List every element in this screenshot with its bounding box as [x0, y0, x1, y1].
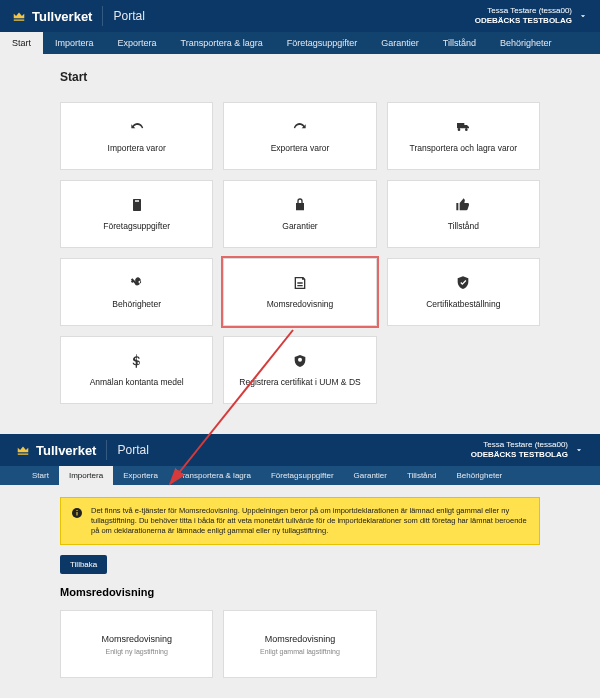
brand-name: Tullverket [36, 443, 96, 458]
redo-icon [129, 119, 145, 135]
user-menu[interactable]: Tessa Testare (tessa00) ODEBÄCKS TESTBOL… [471, 440, 568, 459]
tab-beh-righeter[interactable]: Behörigheter [488, 32, 564, 54]
card-registrera-certifikat-i-uum-ds[interactable]: Registrera certifikat i UUM & DS [223, 336, 376, 404]
card-label: Behörigheter [108, 299, 165, 309]
tab-tillst-nd[interactable]: Tillstånd [397, 466, 447, 485]
card-grid: Importera varorExportera varorTransporte… [60, 102, 540, 404]
user-name: Tessa Testare (tessa00) [475, 6, 572, 16]
user-name: Tessa Testare (tessa00) [471, 440, 568, 450]
user-company: ODEBÄCKS TESTBOLAG [475, 16, 572, 26]
undo-icon [292, 119, 308, 135]
tab-tillst-nd[interactable]: Tillstånd [431, 32, 488, 54]
bottom-header: Tullverket Portal Tessa Testare (tessa00… [0, 434, 600, 466]
note-icon [292, 275, 308, 291]
card-anm-lan-kontanta-medel[interactable]: Anmälan kontanta medel [60, 336, 213, 404]
portal-label: Portal [117, 443, 148, 457]
tab-f-retagsuppgifter[interactable]: Företagsuppgifter [261, 466, 344, 485]
momsredovisning-card[interactable]: MomsredovisningEnligt gammal lagstiftnin… [223, 610, 376, 678]
card-subtitle: Enligt ny lagstiftning [106, 648, 168, 655]
card-label: Registrera certifikat i UUM & DS [235, 377, 364, 387]
section-title: Momsredovisning [60, 586, 540, 598]
tab-importera[interactable]: Importera [59, 466, 113, 485]
card-f-retagsuppgifter[interactable]: Företagsuppgifter [60, 180, 213, 248]
tab-garantier[interactable]: Garantier [369, 32, 431, 54]
tab-exportera[interactable]: Exportera [106, 32, 169, 54]
card-certifikatbest-llning[interactable]: Certifikatbeställning [387, 258, 540, 326]
user-company: ODEBÄCKS TESTBOLAG [471, 450, 568, 460]
tab-start[interactable]: Start [0, 32, 43, 54]
card-exportera-varor[interactable]: Exportera varor [223, 102, 376, 170]
card-label: Transportera och lagra varor [406, 143, 521, 153]
card-title: Momsredovisning [265, 634, 336, 644]
brand-block: Tullverket [16, 443, 96, 458]
top-page-body: Start Importera varorExportera varorTran… [0, 54, 600, 434]
card-label: Exportera varor [267, 143, 334, 153]
card-importera-varor[interactable]: Importera varor [60, 102, 213, 170]
lock-icon [292, 197, 308, 213]
user-menu[interactable]: Tessa Testare (tessa00) ODEBÄCKS TESTBOL… [475, 6, 572, 25]
bottom-card-grid: MomsredovisningEnligt ny lagstiftningMom… [60, 610, 540, 678]
tab-transportera-lagra[interactable]: Transportera & lagra [169, 32, 275, 54]
thumb-up-icon [455, 197, 471, 213]
card-transportera-och-lagra-varor[interactable]: Transportera och lagra varor [387, 102, 540, 170]
momsredovisning-card[interactable]: MomsredovisningEnligt ny lagstiftning [60, 610, 213, 678]
crown-icon [16, 443, 30, 457]
card-label: Anmälan kontanta medel [86, 377, 188, 387]
tab-beh-righeter[interactable]: Behörigheter [446, 466, 512, 485]
chevron-down-icon[interactable] [578, 11, 588, 21]
card-title: Momsredovisning [101, 634, 172, 644]
top-app-window: Tullverket Portal Tessa Testare (tessa00… [0, 0, 600, 434]
svg-rect-1 [77, 512, 78, 516]
card-momsredovisning[interactable]: Momsredovisning [223, 258, 376, 326]
top-header: Tullverket Portal Tessa Testare (tessa00… [0, 0, 600, 32]
clipboard-icon [129, 197, 145, 213]
svg-rect-2 [77, 510, 78, 511]
card-label: Garantier [278, 221, 321, 231]
tab-f-retagsuppgifter[interactable]: Företagsuppgifter [275, 32, 370, 54]
card-label: Företagsuppgifter [99, 221, 174, 231]
key-icon [129, 275, 145, 291]
truck-icon [455, 119, 471, 135]
portal-label: Portal [113, 9, 144, 23]
bottom-app-window: Tullverket Portal Tessa Testare (tessa00… [0, 434, 600, 698]
cert-icon [292, 353, 308, 369]
tab-transportera-lagra[interactable]: Transportera & lagra [168, 466, 261, 485]
brand-divider [102, 6, 103, 26]
alert-text: Det finns två e-tjänster för Momsredovis… [91, 506, 529, 536]
brand-block: Tullverket [12, 9, 92, 24]
tab-exportera[interactable]: Exportera [113, 466, 168, 485]
card-label: Importera varor [104, 143, 170, 153]
tab-importera[interactable]: Importera [43, 32, 106, 54]
brand-name: Tullverket [32, 9, 92, 24]
brand-divider [106, 440, 107, 460]
card-beh-righeter[interactable]: Behörigheter [60, 258, 213, 326]
bottom-page-body: Det finns två e-tjänster för Momsredovis… [0, 485, 600, 698]
dollar-icon [129, 353, 145, 369]
tab-garantier[interactable]: Garantier [344, 466, 397, 485]
card-label: Tillstånd [444, 221, 483, 231]
page-title: Start [60, 70, 540, 84]
crown-icon [12, 9, 26, 23]
card-label: Momsredovisning [263, 299, 338, 309]
tab-start[interactable]: Start [22, 466, 59, 485]
card-label: Certifikatbeställning [422, 299, 504, 309]
bottom-tabs: StartImporteraExporteraTransportera & la… [0, 466, 600, 485]
card-tillst-nd[interactable]: Tillstånd [387, 180, 540, 248]
info-alert: Det finns två e-tjänster för Momsredovis… [60, 497, 540, 545]
info-icon [71, 507, 83, 519]
shield-icon [455, 275, 471, 291]
card-subtitle: Enligt gammal lagstiftning [260, 648, 340, 655]
card-garantier[interactable]: Garantier [223, 180, 376, 248]
top-tabs: StartImporteraExporteraTransportera & la… [0, 32, 600, 54]
back-button[interactable]: Tillbaka [60, 555, 107, 574]
chevron-down-icon[interactable] [574, 445, 584, 455]
